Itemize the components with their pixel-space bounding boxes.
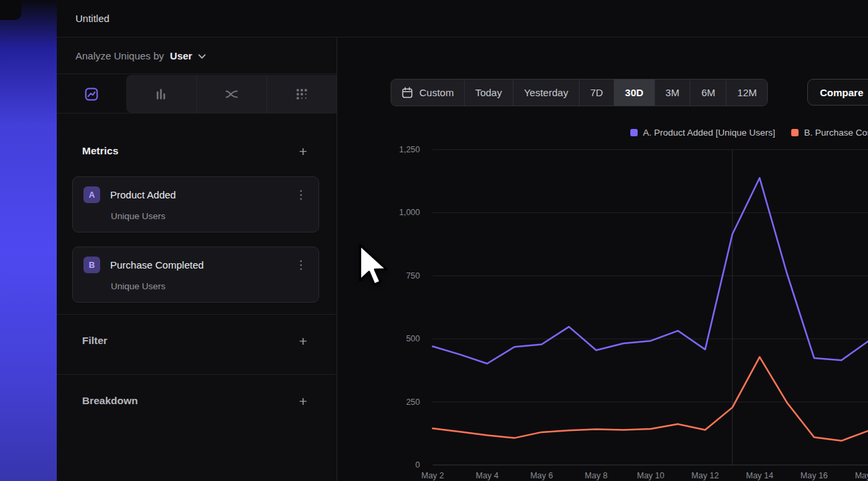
tab-funnels[interactable]: [126, 75, 196, 113]
add-breakdown-button[interactable]: +: [299, 394, 307, 408]
y-axis-label: 0: [338, 460, 420, 470]
kebab-menu-icon[interactable]: ⋮: [292, 259, 309, 271]
x-axis-label: May 14: [740, 471, 780, 480]
metric-badge: A: [83, 186, 100, 203]
topbar: Untitled: [57, 0, 868, 37]
compare-button[interactable]: Compare: [807, 79, 868, 106]
range-custom[interactable]: Custom: [391, 79, 464, 106]
range-today[interactable]: Today: [464, 79, 513, 106]
filter-section-header: Filter +: [82, 329, 307, 352]
y-axis-label: 500: [338, 333, 420, 344]
legend-item[interactable]: A. Product Added [Unique Users]: [630, 127, 775, 138]
y-axis-label: 1,250: [338, 144, 420, 155]
rail-corner: [0, 0, 21, 20]
tab-insights[interactable]: [57, 75, 126, 113]
breakdown-section-header: Breakdown +: [82, 389, 307, 412]
report-title[interactable]: Untitled: [75, 13, 110, 24]
y-axis-label: 250: [338, 397, 420, 408]
range-label: 7D: [590, 87, 603, 98]
range-6m[interactable]: 6M: [690, 79, 726, 106]
section-divider: [57, 374, 337, 375]
bar-chart-icon: [154, 87, 168, 102]
metric-card-a[interactable]: AProduct Added⋮Unique Users: [72, 176, 319, 232]
mouse-cursor: [358, 243, 389, 288]
legend-label: A. Product Added [Unique Users]: [643, 128, 775, 138]
metrics-heading: Metrics: [82, 145, 118, 157]
metric-measure[interactable]: Unique Users: [111, 211, 309, 221]
range-30d[interactable]: 30D: [614, 79, 654, 106]
kebab-menu-icon[interactable]: ⋮: [292, 189, 309, 200]
date-range-picker: CustomTodayYesterday7D30D3M6M12M: [391, 79, 768, 106]
metric-name: Purchase Completed: [110, 259, 282, 271]
range-label: 12M: [737, 87, 756, 98]
range-3m[interactable]: 3M: [654, 79, 690, 106]
legend-swatch: [630, 129, 638, 136]
analyze-label: Analyze Uniques by: [75, 50, 164, 61]
y-axis-label: 1,000: [338, 207, 420, 218]
series-line-a: [433, 178, 868, 363]
metric-badge: B: [83, 257, 100, 273]
range-label: 30D: [625, 87, 644, 98]
range-label: 6M: [701, 87, 715, 98]
x-axis-label: May 6: [521, 471, 562, 480]
flows-icon: [224, 87, 239, 102]
analyze-row: Analyze Uniques by User: [57, 37, 337, 74]
metric-name: Product Added: [110, 189, 282, 200]
x-axis-label: May 10: [630, 471, 670, 480]
filter-heading: Filter: [82, 335, 107, 347]
range-yesterday[interactable]: Yesterday: [513, 79, 579, 106]
chart-legend: A. Product Added [Unique Users]B. Purcha…: [630, 127, 868, 138]
metrics-section-header: Metrics +: [82, 140, 307, 162]
metric-card-b[interactable]: BPurchase Completed⋮Unique Users: [72, 247, 319, 303]
x-axis-label: May 12: [685, 471, 725, 480]
query-builder-sidebar: Analyze Uniques by User: [57, 37, 337, 481]
line-chart-icon: [84, 87, 99, 102]
retention-grid-icon: [294, 87, 309, 102]
metrics-list: AProduct Added⋮Unique UsersBPurchase Com…: [72, 176, 319, 303]
range-12m[interactable]: 12M: [726, 79, 767, 106]
analytics-report-window: Untitled Analyze Uniques by User: [0, 0, 868, 481]
range-label: Yesterday: [524, 87, 568, 98]
tab-flows[interactable]: [196, 75, 266, 113]
analyze-value-dropdown[interactable]: User: [170, 50, 192, 61]
left-gradient-rail: [0, 0, 57, 481]
range-label: 3M: [666, 87, 680, 98]
x-axis-label: May 8: [576, 471, 616, 480]
series-line-b: [433, 357, 868, 440]
legend-item[interactable]: B. Purchase Completed [Unique Users]: [791, 127, 868, 138]
chevron-down-icon: [198, 54, 206, 59]
metric-measure[interactable]: Unique Users: [111, 281, 309, 291]
add-filter-button[interactable]: +: [299, 334, 307, 348]
range-label: Today: [475, 87, 502, 98]
line-chart: [433, 138, 868, 472]
x-axis-label: May 16: [794, 471, 834, 480]
range-label: Custom: [419, 87, 454, 98]
section-divider: [57, 314, 337, 315]
chart-panel: CustomTodayYesterday7D30D3M6M12M Compare…: [338, 37, 868, 481]
x-axis-label: May 18: [849, 471, 868, 480]
x-axis-label: May 4: [467, 471, 507, 480]
range-7d[interactable]: 7D: [579, 79, 614, 106]
breakdown-heading: Breakdown: [82, 395, 138, 407]
report-type-tabs: [57, 75, 337, 114]
legend-label: B. Purchase Completed [Unique Users]: [804, 128, 868, 138]
legend-swatch: [791, 129, 799, 136]
calendar-icon: [401, 87, 413, 99]
x-axis-label: May 2: [413, 471, 453, 480]
add-metric-button[interactable]: +: [299, 144, 307, 158]
tab-retention[interactable]: [266, 75, 337, 113]
